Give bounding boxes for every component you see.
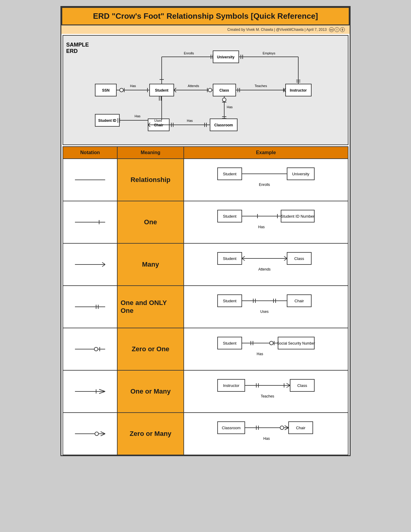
example-many: Student Class Attends [184, 244, 348, 285]
svg-line-98 [242, 258, 245, 261]
svg-text:Instructor: Instructor [290, 88, 307, 92]
svg-text:Student ID: Student ID [98, 118, 116, 123]
svg-point-45 [208, 88, 212, 92]
svg-text:Class: Class [297, 383, 307, 388]
svg-text:Class: Class [294, 256, 304, 261]
svg-line-155 [285, 426, 289, 428]
svg-text:Classroom: Classroom [214, 123, 233, 127]
meaning-zero-one: Zero or One [118, 328, 184, 370]
page: ERD "Crow's Foot" Relationship Symbols [… [60, 6, 351, 456]
svg-text:Has: Has [227, 105, 233, 109]
svg-text:Social Security Number: Social Security Number [277, 341, 315, 345]
cc-icon: cc [329, 27, 334, 32]
symbol-svg-one [72, 218, 108, 227]
svg-text:University: University [292, 172, 309, 176]
erd-section: SAMPLEERD SSN Student ID Student Univers… [63, 35, 348, 145]
example-one-only: Student Chair Uses [184, 286, 348, 328]
svg-text:Attends: Attends [258, 267, 271, 271]
symbol-zero-one [63, 328, 118, 370]
row-relationship: Relationship Student University Enrolls [63, 159, 348, 201]
example-relationship: Student University Enrolls [184, 159, 348, 201]
svg-text:Uses: Uses [154, 119, 162, 122]
meaning-one-only: One and ONLY One [118, 286, 184, 328]
symbol-one [63, 201, 118, 243]
svg-text:Enrolls: Enrolls [259, 183, 270, 187]
svg-text:Employs: Employs [263, 51, 276, 55]
nc-icon: $ [340, 27, 345, 32]
header-meaning: Meaning [118, 147, 184, 158]
title-bar: ERD "Crow's Foot" Relationship Symbols [… [61, 7, 350, 25]
svg-text:Student: Student [223, 214, 237, 219]
example-svg-one-only: Student Chair Uses [212, 290, 320, 323]
svg-text:SSN: SSN [102, 88, 110, 92]
svg-line-44 [174, 90, 176, 92]
svg-text:Has: Has [130, 84, 136, 88]
example-svg-zero-one: Student Social Security Number Has [212, 332, 320, 366]
svg-text:Student: Student [155, 88, 169, 92]
row-many: Many Student Class Attends [63, 244, 348, 286]
symbol-svg-relationship [72, 175, 108, 184]
svg-text:Uses: Uses [260, 310, 268, 314]
svg-line-97 [242, 256, 245, 258]
svg-line-146 [101, 434, 105, 436]
svg-text:Instructor: Instructor [223, 383, 240, 388]
erd-label: SAMPLEERD [66, 42, 89, 54]
symbol-zero-many [63, 413, 118, 455]
main-title: ERD "Crow's Foot" Relationship Symbols [… [67, 11, 344, 21]
svg-line-99 [284, 256, 287, 258]
symbol-svg-zero-one [72, 345, 108, 354]
svg-text:Has: Has [257, 352, 263, 356]
example-svg-zero-many: Classroom Chair Has [212, 417, 320, 450]
row-one-many: One or Many Instructor Class Teaches [63, 371, 348, 413]
example-svg-relationship: Student University Enrolls [212, 163, 320, 196]
symbol-svg-one-many [72, 387, 108, 396]
symbol-svg-zero-many [72, 429, 108, 438]
meaning-one: One [118, 201, 184, 243]
svg-text:Has: Has [258, 225, 264, 229]
notation-table-header: Notation Meaning Example [63, 146, 348, 159]
svg-point-144 [95, 432, 99, 436]
svg-text:Student: Student [223, 341, 237, 345]
header-example: Example [184, 147, 348, 158]
meaning-zero-many: Zero or Many [118, 413, 184, 455]
svg-line-91 [102, 264, 105, 267]
example-one-many: Instructor Class Teaches [184, 371, 348, 412]
svg-point-116 [94, 347, 98, 351]
svg-line-131 [99, 391, 105, 394]
example-svg-many: Student Class Attends [212, 248, 320, 281]
symbol-relationship [63, 159, 118, 201]
symbol-one-many [63, 371, 118, 412]
svg-line-43 [174, 88, 176, 90]
example-svg-one: Student Student ID Number Has [212, 206, 320, 239]
row-zero-many: Zero or Many Classroom Chair Has [63, 413, 348, 455]
svg-text:Classroom: Classroom [222, 426, 241, 430]
subtitle-text: Created by Vivek M. Chawla | @VivekMChaw… [227, 28, 327, 32]
svg-text:University: University [217, 55, 235, 59]
symbol-svg-one-only [72, 302, 108, 311]
example-zero-many: Classroom Chair Has [184, 413, 348, 455]
example-zero-one: Student Social Security Number Has [184, 328, 348, 370]
symbol-svg-many [72, 260, 108, 269]
example-svg-one-many: Instructor Class Teaches [212, 375, 320, 408]
svg-text:Class: Class [219, 88, 229, 92]
svg-point-18 [120, 88, 123, 92]
row-zero-one: Zero or One Student Social Security Numb… [63, 328, 348, 371]
header-notation: Notation [63, 147, 118, 158]
meaning-relationship: Relationship [118, 159, 184, 201]
row-one-only: One and ONLY One Student Chair Uses [63, 286, 348, 328]
meaning-many: Many [118, 244, 184, 285]
symbol-one-only [63, 286, 118, 328]
svg-text:Has: Has [187, 119, 193, 122]
row-one: One Student Student ID Number Has [63, 201, 348, 244]
svg-line-100 [284, 258, 287, 261]
by-icon: i [335, 27, 339, 32]
svg-text:Chair: Chair [296, 426, 306, 430]
example-one: Student Student ID Number Has [184, 201, 348, 243]
erd-canvas: SSN Student ID Student University Class … [90, 42, 342, 138]
cc-badge: cc i $ [329, 27, 345, 32]
svg-text:Student: Student [223, 256, 237, 261]
svg-point-154 [280, 426, 284, 430]
symbol-many [63, 244, 118, 285]
svg-text:Student ID Number: Student ID Number [281, 214, 315, 219]
svg-text:Student: Student [223, 299, 237, 303]
